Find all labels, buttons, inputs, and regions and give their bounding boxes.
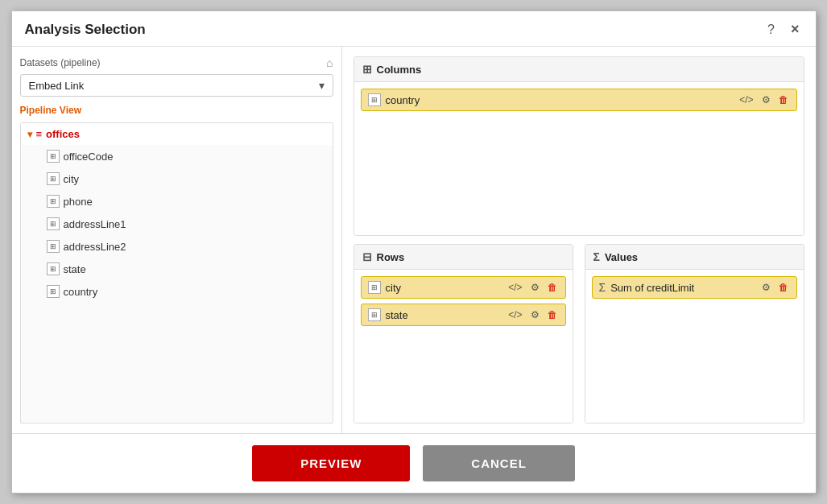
rows-label: Rows [377,251,405,263]
dialog-footer: PREVIEW CANCEL [12,433,816,493]
tree-root-label: offices [46,128,80,140]
header-actions: ? × [764,19,802,39]
field-name: state [64,263,86,275]
dialog-body: Datasets (pipeline) ⌂ Embed Link ▾ Pipel… [12,47,816,433]
row-city-settings-button[interactable]: ⚙ [529,281,541,294]
list-item[interactable]: ⊞ addressLine1 [21,213,333,235]
embed-link-select[interactable]: Embed Link ▾ [20,74,333,97]
row-field-chip: ⊞ city </> ⚙ 🗑 [361,276,566,299]
rows-values-wrapper: ⊟ Rows ⊞ city </> ⚙ 🗑 [354,244,804,423]
row-city-code-button[interactable]: </> [507,281,523,294]
dropdown-arrow-icon: ▾ [319,79,325,92]
row-field-name: state [386,309,408,321]
datasets-label: Datasets (pipeline) ⌂ [20,56,333,69]
values-section-header: Σ Values [585,245,804,270]
cancel-button[interactable]: CANCEL [423,445,575,481]
home-icon[interactable]: ⌂ [326,56,333,69]
pipeline-view-label: Pipeline View [20,105,333,116]
values-section: Σ Values Σ Sum of creditLimit ⚙ 🗑 [585,244,804,423]
tree-container[interactable]: ▾ ≡ offices ⊞ officeCode ⊞ city ⊞ phone [20,122,333,423]
list-item[interactable]: ⊞ addressLine2 [21,235,333,258]
columns-section: ⊞ Columns ⊞ country </> ⚙ 🗑 [354,56,804,236]
column-code-button[interactable]: </> [738,93,755,106]
columns-icon: ⊞ [362,63,372,76]
row-field-chip: ⊞ state </> ⚙ 🗑 [361,304,566,326]
column-field-chip: ⊞ country </> ⚙ 🗑 [361,89,797,111]
column-field-name: country [386,94,420,106]
values-label: Values [605,251,638,263]
row-state-delete-button[interactable]: 🗑 [546,308,559,321]
field-name: country [64,286,98,298]
value-sigma-icon: Σ [599,281,606,294]
field-chip-icon: ⊞ [368,281,381,294]
list-item[interactable]: ⊞ officeCode [21,145,333,167]
close-button[interactable]: × [788,19,803,39]
value-delete-button[interactable]: 🗑 [777,281,790,294]
dialog-header: Analysis Selection ? × [12,11,816,47]
row-state-settings-button[interactable]: ⚙ [529,308,541,321]
columns-section-header: ⊞ Columns [354,57,804,82]
field-name: phone [64,196,93,208]
values-section-body: Σ Sum of creditLimit ⚙ 🗑 [585,270,804,423]
rows-section-body: ⊞ city </> ⚙ 🗑 ⊞ [354,270,573,423]
field-chip-icon: ⊞ [368,308,381,321]
rows-section-header: ⊟ Rows [354,245,573,270]
list-item[interactable]: ⊞ country [21,280,333,303]
right-panel: ⊞ Columns ⊞ country </> ⚙ 🗑 [342,47,816,433]
field-name: addressLine2 [64,241,126,253]
rows-icon: ⊟ [362,250,372,263]
columns-section-body: ⊞ country </> ⚙ 🗑 [354,82,804,235]
value-settings-button[interactable]: ⚙ [760,281,772,294]
help-button[interactable]: ? [764,21,778,39]
field-name: addressLine1 [64,218,126,230]
field-icon: ⊞ [47,172,60,185]
column-delete-button[interactable]: 🗑 [777,93,790,106]
field-icon: ⊞ [47,262,60,275]
list-item[interactable]: ⊞ phone [21,190,333,213]
sigma-icon: Σ [593,250,600,263]
field-icon: ⊞ [47,285,60,298]
field-icon: ⊞ [47,240,60,253]
column-settings-button[interactable]: ⚙ [760,93,772,106]
row-field-name: city [386,282,402,294]
row-state-code-button[interactable]: </> [507,308,523,321]
field-chip-icon: ⊞ [368,93,381,106]
preview-button[interactable]: PREVIEW [252,445,410,481]
field-icon: ⊞ [47,217,60,230]
columns-label: Columns [377,64,422,76]
row-city-delete-button[interactable]: 🗑 [546,281,559,294]
field-icon: ⊞ [47,195,60,208]
field-icon: ⊞ [47,150,60,163]
field-name: city [64,173,80,185]
field-name: officeCode [64,151,114,163]
value-field-chip: Σ Sum of creditLimit ⚙ 🗑 [592,276,797,299]
columns-section-wrapper: ⊞ Columns ⊞ country </> ⚙ 🗑 [354,56,804,236]
rows-section: ⊟ Rows ⊞ city </> ⚙ 🗑 [354,244,573,423]
list-item[interactable]: ⊞ state [21,258,333,280]
lines-icon: ≡ [36,128,43,140]
dialog-title: Analysis Selection [25,22,146,38]
value-field-name: Sum of creditLimit [610,282,694,294]
analysis-selection-dialog: Analysis Selection ? × Datasets (pipelin… [11,10,817,494]
tree-root-item[interactable]: ▾ ≡ offices [21,123,333,145]
list-item[interactable]: ⊞ city [21,167,333,190]
left-panel: Datasets (pipeline) ⌂ Embed Link ▾ Pipel… [12,47,342,433]
expand-icon: ▾ [27,129,32,140]
